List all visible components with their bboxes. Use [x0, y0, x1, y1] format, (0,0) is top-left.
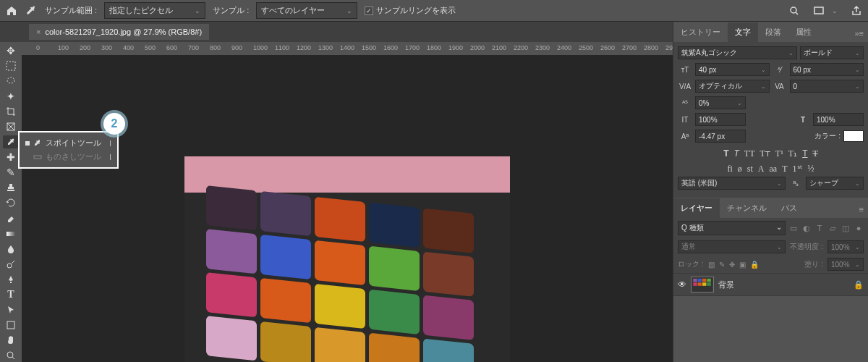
kerning-dropdown[interactable]: オプティカル⌄ [695, 80, 770, 93]
sample-dropdown[interactable]: すべてのレイヤー⌄ [256, 2, 357, 19]
svg-rect-3 [184, 156, 510, 193]
allcaps-button[interactable]: TT [744, 148, 755, 159]
filter-adjustment-icon[interactable]: ◐ [801, 223, 812, 233]
vscale-input[interactable]: 100% [695, 113, 746, 126]
tab-channels[interactable]: チャンネル [720, 198, 774, 218]
document-tab[interactable]: × color-5821297_1920.jpg @ 27.9% (RGB/8#… [29, 24, 209, 40]
fractions-button[interactable]: T [782, 164, 787, 174]
tab-layers[interactable]: レイヤー [673, 198, 720, 218]
ordinals-button[interactable]: ø [738, 164, 742, 174]
type-tool-icon[interactable]: T [3, 288, 19, 301]
superscript-button[interactable]: T¹ [775, 148, 783, 159]
layer-filter-dropdown[interactable]: Q 種類⌄ [678, 221, 786, 235]
layer-thumbnail[interactable] [691, 277, 714, 292]
leading-dropdown[interactable]: 60 px⌄ [790, 63, 864, 76]
filter-smart-icon[interactable]: ◫ [841, 223, 851, 233]
bold-button[interactable]: T [723, 148, 728, 159]
lock-icon[interactable]: 🔒 [854, 280, 864, 290]
flyout-item-eyedropper[interactable]: スポイトツール I [22, 136, 114, 150]
filter-image-icon[interactable]: ▭ [788, 223, 799, 233]
canvas-area[interactable] [22, 55, 673, 362]
contextual-button[interactable]: aa [770, 164, 778, 174]
filter-type-icon[interactable]: T [814, 223, 825, 233]
healing-tool-icon[interactable]: ✚ [3, 151, 19, 164]
brush-tool-icon[interactable]: ✎ [3, 166, 19, 179]
tab-attributes[interactable]: 属性 [788, 22, 819, 42]
eraser-tool-icon[interactable] [3, 212, 19, 225]
blur-tool-icon[interactable] [3, 243, 19, 256]
font-weight-dropdown[interactable]: ボールド⌄ [800, 46, 864, 59]
layer-name[interactable]: 背景 [718, 279, 734, 290]
wand-tool-icon[interactable]: ✦ [3, 90, 19, 103]
stamp-tool-icon[interactable] [3, 181, 19, 194]
layer-row[interactable]: 👁 背景 🔒 [673, 273, 868, 296]
hscale-input[interactable]: 100% [813, 113, 864, 126]
path-select-tool-icon[interactable] [3, 303, 19, 316]
font-size-dropdown[interactable]: 40 px⌄ [695, 63, 770, 76]
underline-button[interactable]: T [802, 148, 807, 159]
lock-artboard-icon[interactable]: ▣ [739, 261, 746, 269]
show-sampling-ring-checkbox[interactable]: ✓ サンプルリングを表示 [365, 5, 456, 16]
pen-tool-icon[interactable] [3, 273, 19, 286]
svg-rect-24 [7, 62, 15, 70]
tab-paragraph[interactable]: 段落 [758, 22, 788, 42]
dodge-tool-icon[interactable] [3, 258, 19, 271]
opacity-input[interactable]: 100%⌄ [827, 240, 864, 253]
home-icon[interactable] [6, 5, 17, 17]
ligatures-button[interactable]: fi [727, 164, 732, 174]
smallcaps-button[interactable]: Tᴛ [760, 148, 770, 159]
filter-toggle-icon[interactable]: ● [854, 223, 864, 233]
ordinals2-button[interactable]: 1ˢᵗ [793, 164, 803, 174]
lasso-tool-icon[interactable] [3, 75, 19, 88]
svg-rect-36 [707, 279, 710, 282]
flyout-item-ruler[interactable]: ものさしツール I [22, 150, 114, 164]
search-icon[interactable] [788, 5, 800, 17]
eyedropper-tool-icon[interactable] [3, 135, 19, 148]
gradient-tool-icon[interactable] [3, 227, 19, 240]
eyedropper-tool-icon[interactable] [25, 4, 38, 17]
zoom-tool-icon[interactable] [3, 349, 19, 362]
move-tool-icon[interactable]: ✥ [3, 44, 19, 57]
baseline-input[interactable]: -4.47 px [695, 130, 746, 143]
ruler-tick: 2800 [644, 44, 658, 51]
halves-button[interactable]: ½ [808, 164, 814, 174]
panel-menu-icon[interactable]: ≡ [855, 201, 868, 218]
fill-input[interactable]: 100%⌄ [827, 258, 864, 271]
share-icon[interactable] [851, 5, 862, 17]
sample-range-dropdown[interactable]: 指定したピクセル⌄ [104, 2, 205, 19]
color-swatch[interactable] [843, 130, 864, 142]
tab-history[interactable]: ヒストリー [673, 22, 728, 42]
antialiasing-dropdown[interactable]: シャープ⌄ [806, 177, 864, 190]
hand-tool-icon[interactable] [3, 334, 19, 347]
filter-shape-icon[interactable]: ▱ [827, 223, 838, 233]
stylistic-button[interactable]: st [747, 164, 753, 174]
panel-menu-icon[interactable]: »≡ [850, 25, 868, 42]
svg-rect-7 [369, 203, 420, 248]
tracking-icon: VA [773, 83, 787, 90]
tab-character[interactable]: 文字 [728, 22, 758, 42]
screen-mode-icon[interactable] [813, 5, 825, 17]
shape-tool-icon[interactable] [3, 319, 19, 332]
font-family-dropdown[interactable]: 筑紫A丸ゴシック⌄ [678, 46, 797, 59]
close-icon[interactable]: × [36, 28, 41, 36]
frame-tool-icon[interactable] [3, 120, 19, 133]
language-dropdown[interactable]: 英語 (米国)⌄ [678, 177, 786, 190]
lock-all-icon[interactable]: 🔒 [750, 261, 759, 269]
italic-button[interactable]: T [734, 148, 739, 159]
visibility-icon[interactable]: 👁 [678, 279, 686, 290]
subscript-button[interactable]: T₁ [788, 148, 797, 159]
chevron-down-icon[interactable]: ⌄ [832, 7, 838, 14]
tracking-dropdown[interactable]: 0⌄ [790, 80, 864, 93]
crop-tool-icon[interactable] [3, 105, 19, 118]
lock-brush-icon[interactable]: ✎ [719, 261, 725, 269]
strikethrough-button[interactable]: T [812, 148, 817, 159]
titling-button[interactable]: A [758, 164, 765, 174]
tsume-dropdown[interactable]: 0%⌄ [695, 96, 746, 109]
marquee-tool-icon[interactable] [3, 59, 19, 72]
tab-paths[interactable]: パス [774, 198, 804, 218]
history-brush-tool-icon[interactable] [3, 196, 19, 209]
blend-mode-dropdown[interactable]: 通常⌄ [678, 240, 786, 253]
checkbox-checked-icon: ✓ [365, 7, 373, 15]
lock-position-icon[interactable]: ✥ [729, 261, 735, 269]
lock-pixels-icon[interactable]: ▧ [708, 261, 715, 269]
